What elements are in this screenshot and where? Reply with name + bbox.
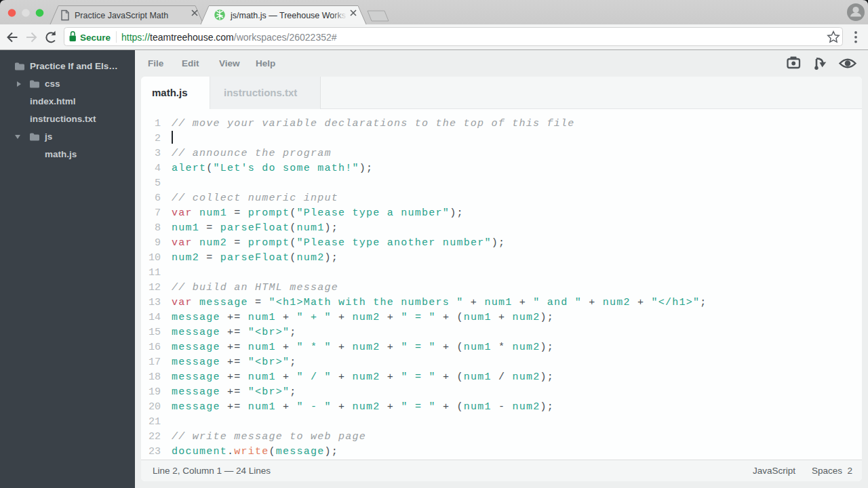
svg-text:Practice JavaScript Math: Practice JavaScript Math xyxy=(75,11,168,20)
svg-text:Secure: Secure xyxy=(80,33,111,43)
svg-text:https://teamtreehouse.com/work: https://teamtreehouse.com/workspaces/260… xyxy=(121,32,337,43)
